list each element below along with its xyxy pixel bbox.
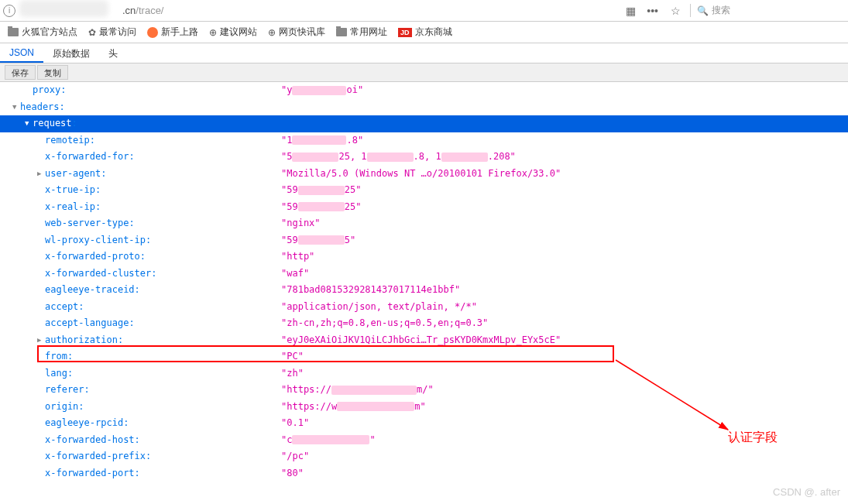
globe-icon: ⊕ — [268, 27, 276, 38]
json-row[interactable]: ▶authorization:"eyJ0eXAiOiJKV1QiLCJhbGci… — [0, 332, 848, 349]
json-row[interactable]: referer:"https://m/" — [0, 382, 848, 399]
redacted-domain — [19, 0, 108, 17]
json-row[interactable]: ▶user-agent:"Mozilla/5.0 (Windows NT …o/… — [0, 166, 848, 183]
annotation-label: 认证字段 — [728, 430, 778, 446]
folder-icon — [336, 28, 347, 36]
star-icon[interactable]: ☆ — [668, 5, 684, 17]
qr-icon[interactable]: ▦ — [623, 5, 637, 17]
json-row[interactable]: x-forwarded-host:"c" — [0, 432, 848, 449]
tab-raw[interactable]: 原始数据 — [43, 43, 99, 63]
watermark: CSDN @. after — [773, 486, 840, 498]
json-row[interactable]: x-real-ip:"5925" — [0, 199, 848, 216]
search-icon: 🔍 — [697, 5, 709, 16]
collapse-icon[interactable]: ▼ — [12, 99, 20, 116]
tab-headers[interactable]: 头 — [99, 43, 127, 63]
expand-icon[interactable]: ▶ — [37, 332, 45, 349]
json-row[interactable]: remoteip:"1.8" — [0, 132, 848, 149]
json-row[interactable]: x-true-ip:"5925" — [0, 182, 848, 199]
save-button[interactable]: 保存 — [5, 65, 36, 80]
expand-icon[interactable]: ▶ — [37, 166, 45, 183]
url-bar: i .cn/trace/ ▦ ••• ☆ 🔍 搜索 — [0, 0, 848, 22]
bookmark-item[interactable]: ✿最常访问 — [88, 26, 136, 39]
json-viewer[interactable]: proxy: "yoi" ▼headers: ▼request: remotei… — [0, 82, 848, 504]
json-row[interactable]: eagleeye-rpcid:"0.1" — [0, 415, 848, 432]
json-row[interactable]: x-forwarded-cluster:"waf" — [0, 266, 848, 283]
bookmark-item[interactable]: 火狐官方站点 — [8, 26, 77, 39]
search-placeholder: 搜索 — [712, 4, 730, 17]
json-row[interactable]: x-forwarded-port:"80" — [0, 465, 848, 482]
json-row[interactable]: accept-language:"zh-cn,zh;q=0.8,en-us;q=… — [0, 315, 848, 332]
jd-icon: JD — [398, 28, 412, 37]
json-row[interactable]: accept:"application/json, text/plain, */… — [0, 299, 848, 316]
bookmarks-bar: 火狐官方站点 ✿最常访问 新手上路 ⊕建议网站 ⊕网页快讯库 常用网址 JD京东… — [0, 22, 848, 43]
copy-button[interactable]: 复制 — [37, 65, 68, 80]
json-row[interactable]: x-forwarded-prefix:"/pc" — [0, 448, 848, 465]
collapse-icon[interactable]: ▼ — [25, 115, 33, 132]
bookmark-item[interactable]: 常用网址 — [336, 26, 387, 39]
folder-icon — [8, 28, 19, 36]
json-row[interactable]: ▼headers: — [0, 99, 848, 116]
json-row[interactable]: origin:"https://wm" — [0, 399, 848, 416]
search-box[interactable]: 🔍 搜索 — [690, 4, 845, 17]
info-icon[interactable]: i — [3, 5, 15, 17]
json-row[interactable]: proxy: "yoi" — [0, 82, 848, 99]
bookmark-item[interactable]: ⊕网页快讯库 — [268, 26, 325, 39]
gear-icon: ✿ — [88, 27, 96, 38]
tab-json[interactable]: JSON — [0, 43, 43, 63]
json-row-selected[interactable]: ▼request: — [0, 115, 848, 132]
url-text[interactable]: .cn/trace/ — [122, 5, 163, 16]
globe-icon: ⊕ — [209, 27, 217, 38]
bookmark-item[interactable]: ⊕建议网站 — [209, 26, 257, 39]
bookmark-item[interactable]: 新手上路 — [147, 26, 198, 39]
json-row[interactable]: wl-proxy-client-ip:"595" — [0, 232, 848, 249]
more-icon[interactable]: ••• — [644, 5, 661, 17]
tabs-bar: JSON 原始数据 头 — [0, 43, 848, 63]
json-row[interactable]: lang:"zh" — [0, 365, 848, 382]
firefox-icon — [147, 27, 158, 38]
bookmark-item[interactable]: JD京东商城 — [398, 26, 452, 39]
json-row[interactable]: web-server-type:"nginx" — [0, 215, 848, 232]
action-bar: 保存 复制 — [0, 63, 848, 82]
json-row[interactable]: x-forwarded-for:"525, 1.8, 1.208" — [0, 149, 848, 166]
json-row[interactable]: eagleeye-traceid:"781bad0815329281437017… — [0, 282, 848, 299]
json-row[interactable]: from:"PC" — [0, 348, 848, 365]
json-row[interactable]: x-forwarded-proto:"http" — [0, 249, 848, 266]
